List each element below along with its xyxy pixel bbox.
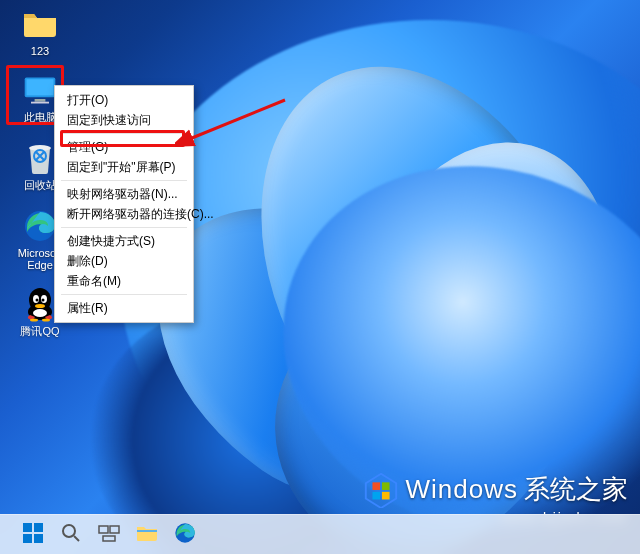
svg-rect-26	[34, 534, 43, 543]
context-menu: 打开(O)固定到快速访问管理(G)固定到"开始"屏幕(P)映射网络驱动器(N).…	[54, 85, 194, 323]
svg-point-14	[33, 309, 47, 317]
context-menu-item[interactable]: 映射网络驱动器(N)...	[55, 184, 193, 204]
recycle-bin-icon	[22, 140, 58, 176]
watermark-logo-icon	[362, 470, 400, 508]
svg-rect-20	[381, 482, 389, 490]
desktop-icon-label: 腾讯QQ	[20, 325, 59, 337]
svg-point-27	[63, 525, 75, 537]
svg-rect-21	[372, 492, 380, 500]
edge-icon	[22, 208, 58, 244]
explorer-icon	[136, 524, 158, 546]
context-menu-item[interactable]: 重命名(M)	[55, 271, 193, 291]
svg-rect-22	[381, 492, 389, 500]
svg-rect-23	[23, 523, 32, 532]
watermark-suffix: 系统之家	[524, 472, 628, 507]
start-icon	[22, 522, 44, 548]
context-menu-separator	[61, 227, 187, 228]
svg-rect-19	[372, 482, 380, 490]
svg-point-15	[30, 319, 38, 322]
context-menu-separator	[61, 294, 187, 295]
desktop[interactable]: 123此电脑回收站Microsoft Edge腾讯QQ 打开(O)固定到快速访问…	[0, 0, 640, 554]
context-menu-item[interactable]: 创建快捷方式(S)	[55, 231, 193, 251]
start-button[interactable]	[16, 518, 50, 552]
svg-rect-29	[99, 526, 108, 533]
svg-rect-25	[23, 534, 32, 543]
watermark: Windows 系统之家 www.bjjmlv.com	[362, 470, 628, 508]
context-menu-item[interactable]: 属性(R)	[55, 298, 193, 318]
svg-point-13	[35, 304, 45, 308]
edge-button[interactable]	[168, 518, 202, 552]
context-menu-item[interactable]: 打开(O)	[55, 90, 193, 110]
task-view-icon	[98, 523, 120, 547]
folder-123-icon	[22, 6, 58, 42]
edge-icon	[174, 522, 196, 548]
qq-icon	[22, 286, 58, 322]
search-icon	[61, 523, 81, 547]
svg-point-12	[42, 299, 45, 302]
desktop-icon-folder-123[interactable]: 123	[10, 6, 70, 57]
context-menu-item[interactable]: 断开网络驱动器的连接(C)...	[55, 204, 193, 224]
desktop-icon-label: 123	[31, 45, 49, 57]
svg-point-11	[36, 299, 39, 302]
task-view-button[interactable]	[92, 518, 126, 552]
svg-line-28	[74, 536, 79, 541]
context-menu-item[interactable]: 固定到快速访问	[55, 110, 193, 130]
context-menu-item[interactable]: 删除(D)	[55, 251, 193, 271]
svg-point-16	[42, 319, 50, 322]
search-button[interactable]	[54, 518, 88, 552]
context-menu-item[interactable]: 固定到"开始"屏幕(P)	[55, 157, 193, 177]
watermark-brand: Windows	[406, 474, 518, 505]
svg-rect-31	[103, 536, 115, 541]
file-explorer-button[interactable]	[130, 518, 164, 552]
context-menu-separator	[61, 180, 187, 181]
svg-marker-18	[365, 474, 395, 508]
svg-rect-32	[137, 530, 157, 532]
annotation-highlight-manage	[60, 130, 185, 147]
desktop-icon-label: 回收站	[24, 179, 57, 191]
svg-rect-24	[34, 523, 43, 532]
taskbar	[0, 514, 640, 554]
svg-rect-30	[110, 526, 119, 533]
